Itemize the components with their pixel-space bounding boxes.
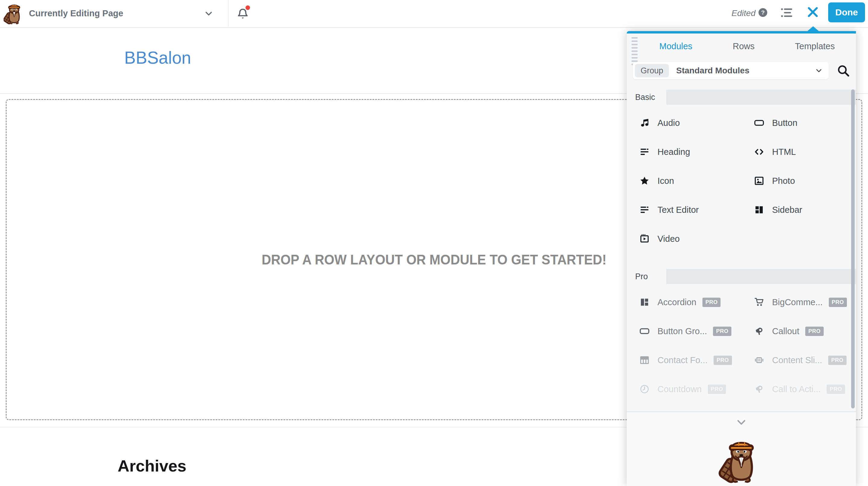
module-label: Callout	[772, 326, 799, 336]
pro-badge: PRO	[708, 384, 726, 394]
section-title: Basic	[627, 90, 666, 105]
show-more-chevron-icon[interactable]	[735, 416, 747, 428]
pro-badge: PRO	[714, 355, 732, 365]
content-panel: ModulesRowsTemplates Group Standard Modu…	[627, 31, 856, 486]
search-icon[interactable]	[837, 64, 850, 77]
section-title: Pro	[627, 269, 666, 284]
module-accordion[interactable]: AccordionPRO	[627, 288, 741, 317]
module-html[interactable]: HTML	[741, 137, 856, 166]
pro-badge: PRO	[829, 298, 847, 307]
module-label: Contact Fo...	[657, 355, 708, 365]
content-slider-icon	[754, 355, 764, 365]
panel-footer	[627, 411, 856, 486]
button-group-icon	[640, 326, 650, 336]
module-label: Button Gro...	[657, 326, 707, 336]
edited-status: Edited	[718, 0, 755, 27]
module-contact-fo[interactable]: Contact Fo...PRO	[627, 346, 741, 375]
panel-scrollbar[interactable]	[851, 89, 855, 408]
accordion-icon	[640, 297, 650, 307]
module-button-gro[interactable]: Button Gro...PRO	[627, 317, 741, 346]
module-label: Call to Acti...	[772, 384, 820, 394]
module-sidebar[interactable]: Sidebar	[741, 195, 856, 224]
module-callout[interactable]: CalloutPRO	[741, 317, 856, 346]
notification-dot	[246, 5, 250, 10]
cart-icon	[754, 297, 764, 307]
button-icon	[754, 118, 764, 128]
section-header-basic: Basic	[627, 90, 856, 105]
site-title: BBSalon	[124, 48, 191, 67]
star-icon	[640, 176, 650, 186]
tab-templates[interactable]: Templates	[795, 41, 835, 51]
module-button[interactable]: Button	[741, 108, 856, 137]
module-label: Button	[772, 118, 798, 128]
module-filter-row: Group Standard Modules	[633, 62, 850, 79]
outline-panel-icon[interactable]	[779, 5, 794, 20]
archives-heading: Archives	[118, 456, 186, 475]
module-icon[interactable]: Icon	[627, 166, 741, 195]
section-header-pro: Pro	[627, 269, 856, 284]
code-icon	[754, 147, 764, 157]
module-label: Icon	[657, 176, 674, 186]
chevron-down-icon[interactable]	[204, 9, 214, 19]
group-chip[interactable]: Group	[635, 64, 669, 77]
chevron-down-icon	[815, 67, 823, 75]
group-select-value: Standard Modules	[676, 66, 815, 76]
beaver-mascot	[717, 436, 766, 484]
notifications-button[interactable]	[236, 5, 251, 22]
currently-editing-label: Currently Editing Page	[29, 8, 123, 19]
photo-icon	[754, 176, 764, 186]
sidebar-icon	[754, 205, 764, 215]
music-note-icon	[640, 118, 650, 128]
module-heading[interactable]: Heading	[627, 137, 741, 166]
module-label: Sidebar	[772, 205, 802, 215]
help-button[interactable]: ?	[758, 8, 767, 17]
video-icon	[640, 234, 650, 244]
module-grid-basic: AudioButtonHeadingHTMLIconPhotoText Edit…	[627, 105, 856, 261]
contact-table-icon	[640, 355, 650, 365]
module-photo[interactable]: Photo	[741, 166, 856, 195]
module-sections: BasicAudioButtonHeadingHTMLIconPhotoText…	[627, 90, 856, 486]
module-label: Heading	[657, 147, 690, 157]
module-label: BigComme...	[772, 297, 823, 307]
beaver-builder-logo-icon	[4, 1, 25, 25]
module-content-sli[interactable]: Content Sli...PRO	[741, 346, 856, 375]
clock-icon	[640, 384, 650, 394]
pro-badge: PRO	[703, 298, 721, 307]
module-call-to-acti[interactable]: Call to Acti...PRO	[741, 375, 856, 404]
pro-badge: PRO	[827, 384, 845, 394]
pro-badge: PRO	[805, 326, 824, 336]
heading-icon	[640, 147, 650, 157]
panel-pointer-notch	[807, 26, 819, 31]
module-label: Photo	[772, 176, 795, 186]
panel-tabs: ModulesRowsTemplates	[627, 33, 856, 59]
module-label: HTML	[772, 147, 796, 157]
module-audio[interactable]: Audio	[627, 108, 741, 137]
page-selector-dropdown[interactable]: Currently Editing Page	[29, 0, 228, 27]
tab-rows[interactable]: Rows	[733, 41, 754, 51]
module-countdown[interactable]: CountdownPRO	[627, 375, 741, 404]
top-toolbar: Currently Editing Page Edited ? Done	[0, 0, 868, 28]
module-label: Content Sli...	[772, 355, 822, 365]
module-video[interactable]: Video	[627, 224, 741, 253]
module-label: Accordion	[657, 297, 696, 307]
text-editor-icon	[640, 205, 650, 215]
drop-zone-message: DROP A ROW LAYOUT OR MODULE TO GET START…	[261, 252, 606, 268]
module-label: Video	[657, 234, 680, 244]
module-label: Audio	[657, 118, 680, 128]
module-label: Countdown	[657, 384, 702, 394]
tab-modules[interactable]: Modules	[659, 41, 692, 51]
pro-badge: PRO	[713, 326, 732, 336]
module-bigcomme[interactable]: BigComme...PRO	[741, 288, 856, 317]
module-grid-pro: AccordionPROBigComme...PROButton Gro...P…	[627, 284, 856, 411]
close-icon[interactable]	[806, 5, 819, 19]
megaphone-icon	[754, 384, 764, 394]
megaphone-icon	[754, 326, 764, 336]
done-button[interactable]: Done	[828, 2, 865, 22]
module-text-editor[interactable]: Text Editor	[627, 195, 741, 224]
module-label: Text Editor	[657, 205, 699, 215]
group-select[interactable]: Group Standard Modules	[633, 62, 829, 79]
pro-badge: PRO	[828, 355, 846, 365]
